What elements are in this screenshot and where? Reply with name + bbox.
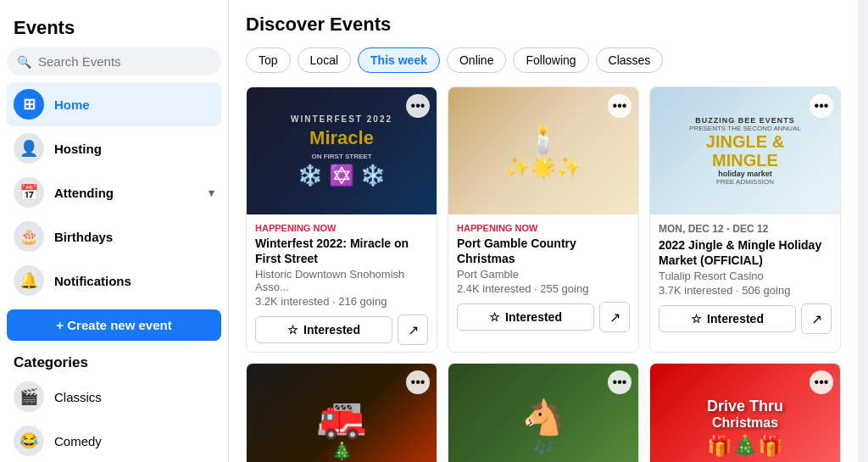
nav-label-notifications: Notifications — [54, 274, 131, 288]
event-image-santa: 🚒 🎄 ••• — [247, 364, 437, 462]
right-scrollbar — [858, 0, 868, 462]
event-date-jingle: MON, DEC 12 - DEC 12 — [659, 223, 832, 235]
interested-label-jingle: Interested — [707, 312, 764, 326]
event-more-button-winterfest[interactable]: ••• — [406, 94, 430, 118]
share-button-jingle[interactable]: ↗ — [801, 303, 832, 334]
event-card-portgamble: 🕯️ ✨🌟✨ ••• HAPPENING NOW Port Gamble Cou… — [448, 86, 639, 353]
event-body-jingle: MON, DEC 12 - DEC 12 2022 Jingle & Mingl… — [650, 214, 840, 341]
sidebar-item-home[interactable]: ⊞ Home — [7, 82, 221, 126]
nav-label-hosting: Hosting — [54, 142, 102, 156]
event-body-winterfest: HAPPENING NOW Winterfest 2022: Miracle o… — [247, 214, 437, 352]
sidebar-item-hosting[interactable]: 👤 Hosting — [7, 126, 221, 170]
page-title: Discover Events — [246, 14, 841, 36]
event-stats-portgamble: 2.4K interested · 255 going — [457, 282, 630, 295]
event-stats-jingle: 3.7K interested · 506 going — [659, 284, 832, 297]
interested-button-jingle[interactable]: ☆ Interested — [659, 305, 796, 332]
interested-button-winterfest[interactable]: ☆ Interested — [255, 316, 392, 343]
event-image-portgamble: 🕯️ ✨🌟✨ ••• — [448, 87, 638, 214]
nav-label-birthdays: Birthdays — [54, 230, 113, 244]
comedy-icon: 😂 — [14, 426, 44, 456]
event-card-caroling: 🐴 🎶 ••• MON, DEC 12 AT 2 AM UTC+07 Annua… — [448, 363, 639, 462]
event-image-jingle: BUZZING BEE EVENTS PRESENTS THE SECOND A… — [650, 87, 840, 214]
event-more-button-portgamble[interactable]: ••• — [608, 94, 632, 118]
event-body-portgamble: HAPPENING NOW Port Gamble Country Christ… — [448, 214, 638, 339]
event-actions-portgamble: ☆ Interested ↗ — [457, 302, 630, 332]
sidebar: Events 🔍 ⊞ Home 👤 Hosting 📅 Attending ▾ … — [0, 0, 229, 462]
category-comedy[interactable]: 😂 Comedy — [7, 419, 221, 462]
main-content: Discover Events Top Local This week Onli… — [229, 0, 858, 462]
event-title-jingle: 2022 Jingle & Mingle Holiday Market (OFF… — [659, 237, 832, 268]
search-icon: 🔍 — [17, 55, 31, 69]
event-image-caroling: 🐴 🎶 ••• — [448, 364, 638, 462]
notifications-icon: 🔔 — [14, 265, 44, 296]
interested-label-portgamble: Interested — [505, 310, 562, 324]
share-button-winterfest[interactable]: ↗ — [398, 314, 428, 345]
event-title-winterfest: Winterfest 2022: Miracle on First Street — [255, 236, 428, 266]
event-location-jingle: Tulalip Resort Casino — [659, 270, 832, 282]
category-label-classics: Classics — [54, 390, 102, 404]
share-icon-winterfest: ↗ — [408, 322, 419, 338]
star-icon-jingle: ☆ — [691, 312, 702, 326]
create-event-button[interactable]: + Create new event — [7, 309, 221, 341]
filter-online[interactable]: Online — [447, 47, 506, 73]
event-card-winterfest: WINTERFEST 2022 Miracle ON FIRST STREET … — [246, 86, 437, 353]
home-icon: ⊞ — [14, 89, 44, 120]
event-actions-jingle: ☆ Interested ↗ — [659, 303, 832, 334]
classics-icon: 🎬 — [14, 381, 44, 412]
event-card-jingle: BUZZING BEE EVENTS PRESENTS THE SECOND A… — [649, 86, 841, 353]
category-label-comedy: Comedy — [54, 434, 102, 448]
categories-label: Categories — [7, 348, 221, 375]
event-more-button-jingle[interactable]: ••• — [810, 94, 833, 118]
event-card-santa: 🚒 🎄 ••• MON, DEC 12 - DEC 12 Visit with … — [246, 363, 437, 462]
events-grid: WINTERFEST 2022 Miracle ON FIRST STREET … — [246, 86, 841, 462]
interested-label-winterfest: Interested — [303, 323, 360, 337]
sidebar-title: Events — [7, 10, 221, 47]
search-box[interactable]: 🔍 — [7, 47, 221, 75]
filter-local[interactable]: Local — [298, 47, 351, 73]
filter-this-week[interactable]: This week — [358, 47, 440, 73]
share-icon-jingle: ↗ — [811, 311, 822, 327]
category-classics[interactable]: 🎬 Classics — [7, 375, 221, 419]
filter-tabs: Top Local This week Online Following Cla… — [246, 47, 841, 73]
star-icon-portgamble: ☆ — [489, 310, 500, 324]
event-location-winterfest: Historic Downtown Snohomish Asso... — [255, 268, 428, 293]
happening-now-portgamble: HAPPENING NOW — [457, 223, 630, 233]
filter-top[interactable]: Top — [246, 47, 291, 73]
sidebar-item-attending[interactable]: 📅 Attending ▾ — [7, 170, 221, 214]
happening-now-winterfest: HAPPENING NOW — [255, 223, 428, 233]
star-icon-winterfest: ☆ — [287, 323, 298, 337]
filter-classes[interactable]: Classes — [596, 47, 664, 73]
share-button-portgamble[interactable]: ↗ — [599, 302, 630, 332]
event-title-portgamble: Port Gamble Country Christmas — [457, 236, 630, 266]
event-stats-winterfest: 3.2K interested · 216 going — [255, 295, 428, 308]
share-icon-portgamble: ↗ — [609, 309, 620, 326]
filter-following[interactable]: Following — [513, 47, 588, 73]
attending-icon: 📅 — [14, 177, 44, 208]
search-input[interactable] — [38, 54, 211, 69]
nav-label-home: Home — [54, 97, 90, 112]
interested-button-portgamble[interactable]: ☆ Interested — [457, 303, 594, 331]
hosting-icon: 👤 — [14, 133, 44, 164]
event-actions-winterfest: ☆ Interested ↗ — [255, 314, 428, 345]
event-image-winterfest: WINTERFEST 2022 Miracle ON FIRST STREET … — [247, 87, 437, 214]
event-image-drivethru: Drive Thru Christmas 🎁🎄🎁 ••• — [650, 364, 840, 462]
attending-chevron: ▾ — [209, 186, 214, 199]
sidebar-item-notifications[interactable]: 🔔 Notifications — [7, 259, 221, 303]
sidebar-item-birthdays[interactable]: 🎂 Birthdays — [7, 214, 221, 259]
nav-label-attending: Attending — [54, 186, 114, 200]
event-card-drivethru: Drive Thru Christmas 🎁🎄🎁 ••• MON, DEC 12… — [649, 363, 841, 462]
event-location-portgamble: Port Gamble — [457, 268, 630, 281]
birthdays-icon: 🎂 — [14, 221, 44, 252]
